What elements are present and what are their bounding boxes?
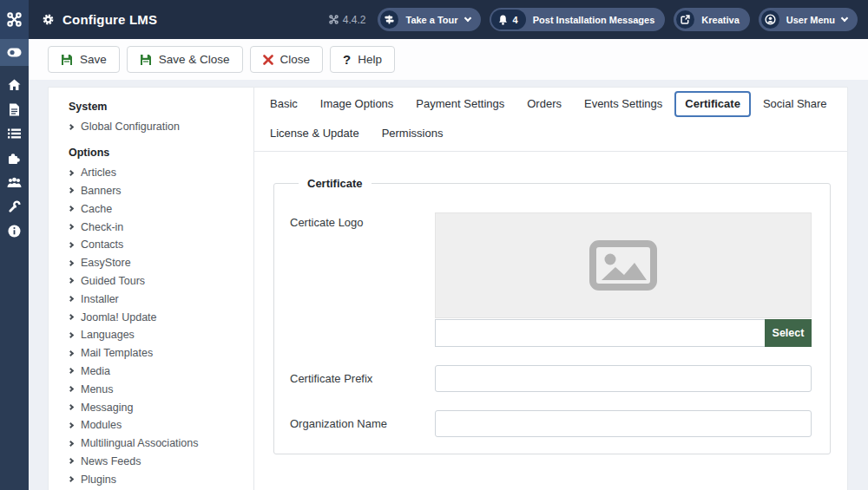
joomla-logo-icon <box>7 12 22 27</box>
certificate-prefix-input[interactable] <box>435 365 812 392</box>
user-menu-button[interactable]: User Menu <box>759 8 858 31</box>
tab-orders[interactable]: Orders <box>516 91 572 117</box>
document-icon[interactable] <box>0 97 29 121</box>
tab-certificate[interactable]: Certificate <box>674 91 751 117</box>
sidebar-item-mail-templates[interactable]: Mail Templates <box>69 344 245 363</box>
chevron-right-icon <box>68 224 74 230</box>
chevron-right-icon <box>68 476 74 482</box>
settings-tabs: Basic Image Options Payment Settings Ord… <box>254 91 847 147</box>
sidebar-item-articles[interactable]: Articles <box>69 164 245 182</box>
home-icon[interactable] <box>0 73 29 97</box>
organization-name-input[interactable] <box>435 410 812 437</box>
chevron-right-icon <box>68 170 74 176</box>
list-icon[interactable] <box>0 121 29 146</box>
sidebar-item-easystore[interactable]: EasyStore <box>69 254 245 272</box>
tab-image-options[interactable]: Image Options <box>310 91 404 117</box>
sidebar-item-contacts[interactable]: Contacts <box>69 236 245 254</box>
sidebar-item-multilingual-associations[interactable]: Multilingual Associations <box>69 434 245 453</box>
chevron-right-icon <box>68 187 74 193</box>
chevron-right-icon <box>68 314 74 320</box>
sidebar-group-system: Global Configuration <box>69 118 245 136</box>
tab-license-update[interactable]: License & Update <box>260 121 370 147</box>
organization-name-label: Organization Name <box>290 417 435 430</box>
wrench-icon[interactable] <box>0 194 29 219</box>
sidebar-group-heading-system: System <box>69 101 245 113</box>
chevron-right-icon <box>68 260 74 266</box>
sidebar-item-installer[interactable]: Installer <box>69 290 245 308</box>
content-card: System Global Configuration Options Arti… <box>48 87 848 490</box>
chevron-right-icon <box>68 404 74 410</box>
chevron-right-icon <box>68 332 74 338</box>
save-button[interactable]: Save <box>48 46 120 73</box>
certificate-legend: Certificate <box>299 177 372 190</box>
tab-payment-settings[interactable]: Payment Settings <box>405 91 515 117</box>
sidebar-item-languages[interactable]: Languages <box>69 326 245 344</box>
messages-count-badge: 4 <box>513 15 518 25</box>
signpost-icon <box>380 10 398 29</box>
save-icon <box>61 54 73 66</box>
help-button[interactable]: ? Help <box>330 46 395 73</box>
external-link-icon <box>676 10 694 29</box>
tab-social-share[interactable]: Social Share <box>753 91 838 117</box>
top-header: Configure LMS 4.4.2 Take a Tour <box>0 0 868 39</box>
sidebar-item-menus[interactable]: Menus <box>69 380 245 398</box>
joomla-logo[interactable] <box>0 0 29 39</box>
tab-events-settings[interactable]: Events Settings <box>574 91 673 117</box>
save-and-close-button[interactable]: Save & Close <box>127 46 243 73</box>
settings-main-panel: Basic Image Options Payment Settings Ord… <box>254 88 847 490</box>
take-a-tour-button[interactable]: Take a Tour <box>378 8 480 31</box>
sidebar-item-media[interactable]: Media <box>69 363 245 381</box>
sidebar-group-heading-options: Options <box>69 147 245 159</box>
chevron-right-icon <box>68 441 74 447</box>
joomla-version-icon <box>329 15 339 24</box>
chevron-right-icon <box>68 206 74 212</box>
chevron-right-icon <box>68 386 74 392</box>
certificate-prefix-row: Certificate Prefix <box>290 365 812 392</box>
sidebar-item-guided-tours[interactable]: Guided Tours <box>69 272 245 291</box>
chevron-right-icon <box>68 422 74 428</box>
options-sidebar: System Global Configuration Options Arti… <box>49 88 254 490</box>
chevron-right-icon <box>68 350 74 356</box>
image-placeholder-icon <box>589 240 657 291</box>
action-toolbar: Save Save & Close Close ? Help <box>29 39 868 80</box>
user-icon <box>761 10 779 29</box>
chevron-right-icon <box>68 458 74 464</box>
certificate-fieldset: Certificate Certicate Logo Select <box>273 177 831 454</box>
sidebar-group-options: Articles Banners Cache Check-in Contacts… <box>69 164 245 490</box>
tab-basic[interactable]: Basic <box>260 91 308 117</box>
sidebar-item-joomla-update[interactable]: Joomla! Update <box>69 308 245 326</box>
chevron-right-icon <box>68 242 74 248</box>
site-preview-button[interactable]: Kreativa <box>674 8 749 31</box>
chevron-down-icon <box>841 15 848 22</box>
sidebar-item-modules[interactable]: Modules <box>69 416 245 434</box>
bell-icon <box>498 15 508 25</box>
sidebar-item-news-feeds[interactable]: News Feeds <box>69 453 245 471</box>
certificate-logo-label: Certicate Logo <box>290 212 435 347</box>
users-icon[interactable] <box>0 170 29 194</box>
close-icon <box>263 55 273 65</box>
chevron-right-icon <box>68 278 74 284</box>
certificate-logo-input-group: Select <box>435 319 812 347</box>
certificate-prefix-label: Certificate Prefix <box>290 372 435 385</box>
select-media-button[interactable]: Select <box>765 319 812 347</box>
close-button[interactable]: Close <box>250 46 324 73</box>
certificate-logo-input[interactable] <box>435 319 765 347</box>
sidebar-item-global-configuration[interactable]: Global Configuration <box>69 118 245 136</box>
sidebar-item-cache[interactable]: Cache <box>69 199 245 218</box>
sidebar-item-banners[interactable]: Banners <box>69 182 245 200</box>
certificate-logo-preview <box>435 212 812 318</box>
page-title: Configure LMS <box>62 12 157 27</box>
save-icon <box>140 54 152 66</box>
post-installation-messages-button[interactable]: 4 Post Installation Messages <box>490 8 666 31</box>
tabs-divider <box>254 151 847 152</box>
toggle-menu-icon[interactable] <box>0 39 29 66</box>
organization-name-row: Organization Name <box>290 410 812 437</box>
chevron-right-icon <box>68 124 74 130</box>
sidebar-item-check-in[interactable]: Check-in <box>69 218 245 236</box>
tab-permissions[interactable]: Permissions <box>372 121 454 147</box>
sidebar-item-messaging[interactable]: Messaging <box>69 398 245 416</box>
admin-icon-sidebar <box>0 39 29 490</box>
sidebar-item-plugins[interactable]: Plugins <box>69 470 245 488</box>
info-icon[interactable] <box>0 219 29 243</box>
puzzle-icon[interactable] <box>0 146 29 170</box>
